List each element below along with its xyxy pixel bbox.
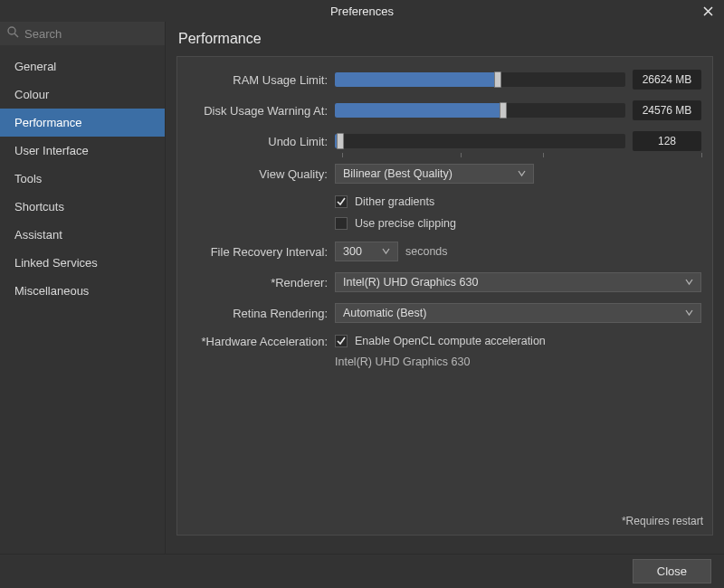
- chevron-down-icon: [685, 276, 693, 289]
- sidebar-item-linked-services[interactable]: Linked Services: [0, 249, 165, 277]
- retina-label: Retina Rendering:: [188, 307, 335, 320]
- disk-warning-value[interactable]: 24576 MB: [633, 100, 701, 120]
- requires-restart-note: *Requires restart: [622, 515, 703, 527]
- retina-value: Automatic (Best): [343, 307, 426, 319]
- page-title: Performance: [166, 22, 724, 56]
- sidebar-item-colour[interactable]: Colour: [0, 81, 165, 109]
- retina-select[interactable]: Automatic (Best): [335, 303, 701, 323]
- hw-accel-check-label: Enable OpenCL compute acceleration: [355, 335, 546, 347]
- settings-panel: RAM Usage Limit: 26624 MB Disk Usage War…: [176, 56, 713, 536]
- view-quality-value: Bilinear (Best Quality): [343, 167, 452, 180]
- ram-limit-value[interactable]: 26624 MB: [633, 70, 701, 90]
- sidebar-item-user-interface[interactable]: User Interface: [0, 137, 165, 165]
- footer: Close: [0, 554, 724, 588]
- file-recovery-unit: seconds: [405, 245, 448, 258]
- renderer-value: Intel(R) UHD Graphics 630: [343, 276, 478, 289]
- window-title: Preferences: [330, 5, 394, 18]
- chevron-down-icon: [382, 245, 390, 258]
- file-recovery-value: 300: [343, 245, 362, 258]
- disk-warning-label: Disk Usage Warning At:: [188, 104, 335, 118]
- hw-accel-device: Intel(R) UHD Graphics 630: [335, 356, 470, 368]
- svg-point-0: [8, 27, 15, 34]
- sidebar-item-general[interactable]: General: [0, 52, 165, 81]
- titlebar: Preferences: [0, 0, 724, 22]
- undo-limit-slider[interactable]: [335, 134, 625, 148]
- dither-gradients-checkbox[interactable]: [335, 195, 348, 208]
- close-button[interactable]: Close: [633, 559, 711, 583]
- precise-clipping-label: Use precise clipping: [355, 217, 456, 230]
- undo-limit-label: Undo Limit:: [188, 135, 335, 148]
- undo-limit-value[interactable]: 128: [633, 131, 701, 151]
- chevron-down-icon: [518, 167, 526, 180]
- hw-accel-checkbox[interactable]: [335, 335, 348, 347]
- view-quality-select[interactable]: Bilinear (Best Quality): [335, 164, 534, 184]
- hw-accel-label: *Hardware Acceleration:: [188, 335, 335, 348]
- disk-warning-slider[interactable]: [335, 103, 625, 118]
- dither-gradients-label: Dither gradients: [355, 195, 434, 208]
- close-icon[interactable]: [697, 0, 719, 22]
- sidebar-item-tools[interactable]: Tools: [0, 165, 165, 193]
- file-recovery-label: File Recovery Interval:: [188, 245, 335, 259]
- sidebar-item-miscellaneous[interactable]: Miscellaneous: [0, 277, 165, 305]
- search-icon: [7, 26, 19, 41]
- chevron-down-icon: [685, 307, 693, 319]
- undo-limit-marks: [342, 153, 701, 158]
- sidebar: General Colour Performance User Interfac…: [0, 22, 166, 554]
- search-input[interactable]: [24, 27, 176, 41]
- precise-clipping-checkbox[interactable]: [335, 217, 348, 230]
- view-quality-label: View Quality:: [188, 167, 335, 181]
- renderer-label: *Renderer:: [188, 276, 335, 289]
- ram-limit-slider[interactable]: [335, 72, 625, 87]
- sidebar-item-shortcuts[interactable]: Shortcuts: [0, 193, 165, 221]
- sidebar-item-performance[interactable]: Performance: [0, 109, 165, 137]
- file-recovery-select[interactable]: 300: [335, 242, 398, 261]
- renderer-select[interactable]: Intel(R) UHD Graphics 630: [335, 272, 701, 292]
- ram-limit-label: RAM Usage Limit:: [188, 73, 335, 87]
- search-field[interactable]: [0, 22, 165, 45]
- sidebar-item-assistant[interactable]: Assistant: [0, 221, 165, 249]
